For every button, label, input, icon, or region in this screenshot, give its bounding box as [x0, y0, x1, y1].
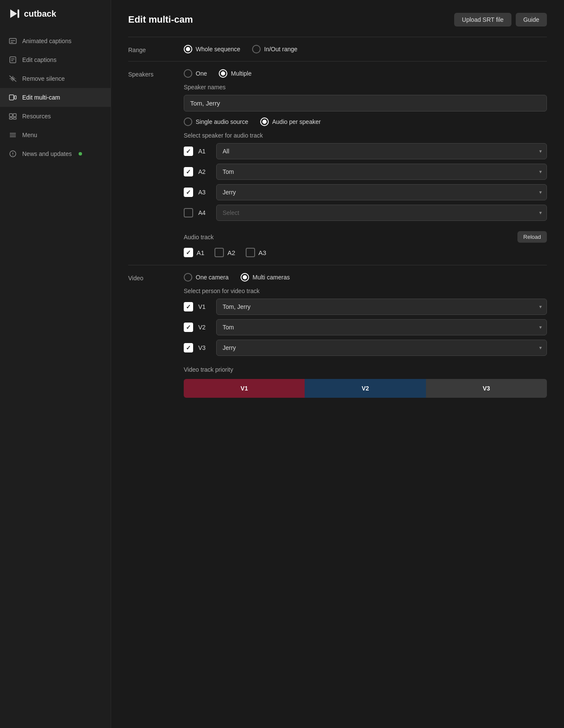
range-whole-sequence[interactable]: Whole sequence	[184, 45, 240, 53]
svg-rect-19	[13, 117, 16, 119]
video-v3-checkbox[interactable]	[184, 343, 193, 352]
speakers-label: Speakers	[128, 69, 175, 78]
video-priority-bar[interactable]: V1 V2 V3	[184, 379, 547, 398]
video-track-row-v2: V2 Tom, Jerry Tom Jerry ▾	[184, 319, 547, 335]
speaker-names-label: Speaker names	[184, 84, 547, 91]
audio-source-radio-group: Single audio source Audio per speaker	[184, 117, 547, 126]
video-v2-select[interactable]: Tom, Jerry Tom Jerry	[216, 319, 547, 335]
video-v3-select[interactable]: Tom, Jerry Tom Jerry	[216, 340, 547, 356]
audio-track-row-a3: A3 All Tom Jerry ▾	[184, 184, 547, 200]
audio-track-checkbox-a3[interactable]: A3	[246, 248, 266, 257]
video-row: Video One camera Multi cameras Select pe…	[128, 273, 547, 398]
sidebar-item-news-updates[interactable]: News and updates	[0, 144, 111, 163]
sidebar-label-edit-multicam: Edit multi-cam	[22, 94, 60, 101]
header-actions: Upload SRT file Guide	[454, 13, 547, 26]
audio-track-row-a4: A4 Select All Tom Jerry ▾	[184, 205, 547, 221]
sidebar-label-animated-captions: Animated captions	[22, 38, 71, 44]
guide-button[interactable]: Guide	[516, 13, 547, 26]
sidebar-label-resources: Resources	[22, 113, 51, 120]
video-track-row-v1: V1 Tom, Jerry Tom Jerry ▾	[184, 299, 547, 315]
audio-a3-checkbox[interactable]	[184, 188, 193, 197]
logo: cutback	[0, 0, 111, 27]
audio-track-section: Audio track Reload A1 A2 A3	[184, 231, 547, 257]
audio-a1-checkbox[interactable]	[184, 147, 193, 156]
audio-a2-checkbox[interactable]	[184, 167, 193, 176]
sidebar-item-remove-silence[interactable]: Remove silence	[0, 69, 111, 88]
one-camera-label: One camera	[196, 274, 229, 281]
upload-srt-button[interactable]: Upload SRT file	[454, 13, 511, 26]
audio-a4-select[interactable]: Select All Tom Jerry	[216, 205, 547, 221]
audio-track-checkbox-a2[interactable]: A2	[214, 248, 235, 257]
resources-icon	[9, 112, 17, 120]
multi-cameras-radio[interactable]	[241, 273, 249, 282]
range-in-out[interactable]: In/Out range	[252, 45, 297, 53]
video-track-row-v3: V3 Tom, Jerry Tom Jerry ▾	[184, 340, 547, 356]
priority-v3-segment[interactable]: V3	[426, 379, 547, 398]
silence-icon	[9, 74, 17, 83]
audio-a4-checkbox[interactable]	[184, 208, 193, 217]
single-audio-radio[interactable]	[184, 117, 192, 126]
header-divider	[128, 37, 547, 37]
audio-track-a2-checkbox[interactable]	[214, 248, 224, 257]
sidebar-item-menu[interactable]: Menu	[0, 126, 111, 144]
video-v1-select[interactable]: Tom, Jerry Tom Jerry	[216, 299, 547, 315]
audio-a3-select[interactable]: All Tom Jerry	[216, 184, 547, 200]
sidebar-item-edit-multicam[interactable]: Edit multi-cam	[0, 88, 111, 107]
multicam-icon	[9, 93, 17, 102]
audio-track-checkbox-a1[interactable]: A1	[184, 248, 204, 257]
priority-v2-segment[interactable]: V2	[305, 379, 426, 398]
news-icon	[9, 150, 17, 158]
svg-rect-18	[9, 117, 12, 119]
speakers-one[interactable]: One	[184, 69, 207, 78]
audio-track-row-a1: A1 All Tom Jerry ▾	[184, 143, 547, 159]
priority-v3-label: V3	[483, 385, 490, 392]
sidebar-item-resources[interactable]: Resources	[0, 107, 111, 126]
audio-track-select-section: Select speaker for audio track A1 All To…	[184, 132, 547, 225]
range-radio-group: Whole sequence In/Out range	[184, 45, 547, 53]
reload-button[interactable]: Reload	[517, 231, 547, 243]
audio-track-a1-checkbox[interactable]	[184, 248, 193, 257]
range-whole-sequence-radio[interactable]	[184, 45, 192, 53]
sidebar: cutback Animated captions Edit captions …	[0, 0, 111, 728]
speaker-names-section: Speaker names	[184, 84, 547, 112]
sidebar-item-edit-captions[interactable]: Edit captions	[0, 50, 111, 69]
speaker-names-input[interactable]	[184, 95, 547, 112]
video-one-camera[interactable]: One camera	[184, 273, 229, 282]
speakers-multiple-radio[interactable]	[219, 69, 227, 78]
speakers-multiple[interactable]: Multiple	[219, 69, 251, 78]
range-in-out-radio[interactable]	[252, 45, 261, 53]
audio-a2-select[interactable]: All Tom Jerry	[216, 164, 547, 180]
single-audio-label: Single audio source	[196, 118, 248, 125]
audio-a2-select-wrapper: All Tom Jerry ▾	[216, 164, 547, 180]
audio-track-title: Audio track	[184, 234, 214, 241]
video-priority-label: Video track priority	[184, 366, 547, 373]
svg-rect-5	[10, 57, 16, 63]
audio-a3-label: A3	[198, 189, 211, 196]
video-multi-cameras[interactable]: Multi cameras	[241, 273, 290, 282]
video-priority-section: Video track priority V1 V2 V3	[184, 366, 547, 398]
single-audio-source[interactable]: Single audio source	[184, 117, 248, 126]
audio-a2-label: A2	[198, 168, 211, 175]
priority-v1-segment[interactable]: V1	[184, 379, 305, 398]
video-v1-checkbox[interactable]	[184, 302, 193, 311]
priority-v1-label: V1	[241, 385, 248, 392]
video-v1-label: V1	[198, 303, 211, 310]
audio-track-a3-checkbox[interactable]	[246, 248, 255, 257]
speakers-one-radio[interactable]	[184, 69, 192, 78]
logo-text: cutback	[24, 9, 56, 19]
speakers-multiple-label: Multiple	[231, 70, 251, 77]
svg-rect-14	[9, 95, 14, 100]
audio-per-speaker[interactable]: Audio per speaker	[260, 117, 321, 126]
audio-per-speaker-radio[interactable]	[260, 117, 269, 126]
audio-a1-select[interactable]: All Tom Jerry	[216, 143, 547, 159]
video-camera-radio-group: One camera Multi cameras	[184, 273, 547, 282]
video-v2-checkbox[interactable]	[184, 323, 193, 332]
audio-a1-select-wrapper: All Tom Jerry ▾	[216, 143, 547, 159]
sidebar-item-animated-captions[interactable]: Animated captions	[0, 32, 111, 50]
one-camera-radio[interactable]	[184, 273, 192, 282]
audio-a4-label: A4	[198, 209, 211, 216]
svg-rect-1	[18, 9, 19, 18]
video-controls: One camera Multi cameras Select person f…	[184, 273, 547, 398]
audio-track-header: Audio track Reload	[184, 231, 547, 243]
range-divider	[128, 61, 547, 62]
